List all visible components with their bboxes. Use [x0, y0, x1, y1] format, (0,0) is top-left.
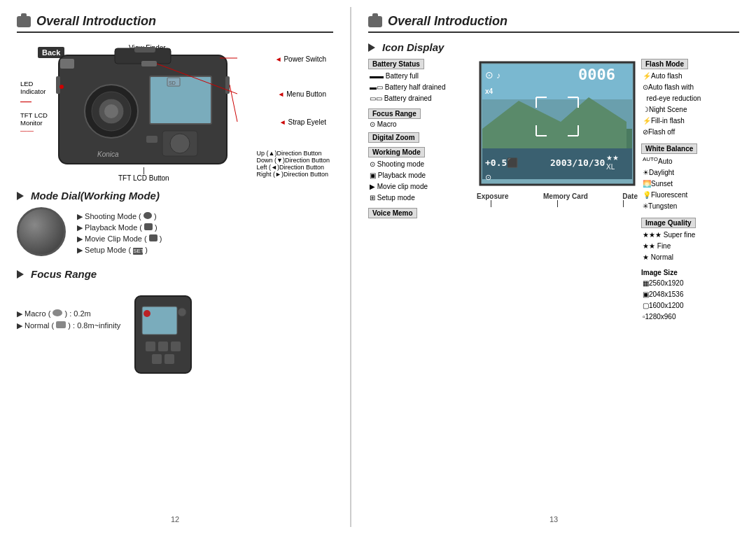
- svg-point-5: [104, 104, 118, 118]
- playback-mode: ▣ Playback mode: [370, 170, 473, 181]
- strap-eyelet-label: ◄ Strap Eyelet: [279, 118, 326, 126]
- mode-dial-title: Mode Dial(Working Mode): [17, 190, 333, 202]
- battery-status-label: Battery Status: [368, 59, 424, 69]
- svg-text:2003/10/30: 2003/10/30: [550, 157, 605, 168]
- left-page: Overall Introduction Back View Finder ◄ …: [0, 0, 350, 534]
- line-exposure: [491, 200, 491, 207]
- svg-point-24: [178, 308, 186, 316]
- svg-rect-25: [146, 342, 155, 351]
- battery-status-group: Battery Status ▬▬ Battery full ▬▭ Batter…: [368, 59, 473, 104]
- line-memory: [557, 200, 558, 207]
- svg-point-8: [170, 134, 190, 153]
- svg-rect-26: [158, 342, 168, 351]
- focus-range-label: Focus Range: [368, 108, 421, 119]
- svg-text:SD: SD: [169, 80, 176, 85]
- super-fine: ★★★ Super fine: [643, 230, 739, 241]
- page-num-left: 12: [171, 515, 179, 524]
- macro-label: ⊙ Macro: [370, 120, 473, 128]
- camera-diagram: Back View Finder ◄ Power Switch LEDIndic…: [17, 41, 333, 181]
- image-quality-group: Image Quality ★★★ Super fine ★★ Fine ★ N…: [641, 218, 739, 263]
- svg-text:+0.5⬛: +0.5⬛: [485, 157, 519, 169]
- wb-fluorescent: 💡Fluorescent: [643, 190, 739, 201]
- svg-rect-9: [146, 136, 158, 143]
- arrow-icon-mode: [17, 192, 24, 200]
- fill-in-flash: ⚡Fill-in flash: [643, 115, 739, 127]
- svg-text:0006: 0006: [578, 66, 615, 83]
- tft-lcd-label: TFT LCDMonitor ——: [20, 111, 48, 134]
- voice-memo-group: Voice Memo: [368, 208, 473, 218]
- svg-rect-18: [141, 61, 157, 66]
- svg-text:Konica: Konica: [97, 150, 119, 158]
- memory-card-label: Memory Card: [543, 192, 588, 200]
- white-balance-label: White Balance: [641, 143, 697, 154]
- voice-memo-label: Voice Memo: [368, 208, 417, 218]
- auto-redeye: ⊙Auto flash with red-eye reduction: [643, 82, 739, 104]
- connector-lines: [477, 200, 638, 207]
- exposure-label: Exposure: [477, 192, 509, 200]
- svg-text:★★: ★★: [606, 154, 619, 162]
- focus-range-title: Focus Range: [17, 268, 333, 280]
- wb-auto: AUTOAuto: [643, 155, 739, 167]
- size-2048: ▣2048x1536: [643, 289, 739, 300]
- setup-mode: ⊞ Setup mode: [370, 192, 473, 204]
- wb-daylight: ☀Daylight: [643, 167, 739, 178]
- image-quality-label: Image Quality: [641, 218, 696, 228]
- svg-rect-28: [152, 354, 162, 364]
- size-1600: ▢1600x1200: [643, 300, 739, 311]
- mode-shooting: Shooting Mode ( ): [77, 212, 162, 221]
- mode-movie: Movie Clip Mode ( ): [77, 234, 162, 244]
- working-mode-group: Working Mode ⊙ Shooting mode ▣ Playback …: [368, 147, 473, 204]
- focus-range-section: Focus Range Macro ( ) : 0.2m Normal ( ) …: [17, 268, 333, 378]
- flash-mode-group: Flash Mode ⚡Auto flash ⊙Auto flash with …: [641, 59, 739, 138]
- focus-range-content: Macro ( ) : 0.2m Normal ( ) : 0.8m~infin…: [17, 286, 333, 378]
- title-divider-right: [368, 31, 739, 33]
- macro-item: Macro ( ) : 0.2m: [17, 309, 120, 318]
- svg-text:⊙: ⊙: [485, 173, 491, 181]
- focus-list: Macro ( ) : 0.2m Normal ( ) : 0.8m~infin…: [17, 286, 120, 336]
- battery-items: ▬▬ Battery full ▬▭ Battery half drained …: [368, 71, 473, 104]
- image-size-items: ▦2560x1920 ▣2048x1536 ▢1600x1200 ▫1280x9…: [641, 278, 739, 323]
- power-switch-label: ◄ Power Switch: [275, 55, 326, 63]
- night-scene: ☽Night Scene: [643, 104, 739, 115]
- camera-back-svg: [132, 293, 195, 377]
- normal: ★ Normal: [643, 252, 739, 263]
- svg-rect-10: [225, 76, 230, 94]
- svg-rect-27: [171, 342, 181, 351]
- direction-buttons-label: Up (▲)Direction Button Down (▼)Direction…: [257, 150, 330, 178]
- battery-half: ▬▭ Battery half drained: [370, 82, 473, 93]
- right-labels-column: Flash Mode ⚡Auto flash ⊙Auto flash with …: [638, 59, 739, 325]
- normal-item: Normal ( ) : 0.8m~infinity: [17, 321, 120, 330]
- lcd-wrapper: 0006 ⊙ ♪ x4 +0.5⬛ 2003/10/30 ⊙: [477, 59, 638, 190]
- right-page: Overall Introduction Icon Display Batter…: [351, 0, 756, 534]
- size-1280: ▫1280x960: [643, 311, 739, 323]
- svg-text:⊙: ⊙: [485, 69, 493, 80]
- battery-full: ▬▬ Battery full: [370, 71, 473, 82]
- svg-rect-29: [164, 354, 174, 364]
- page-num-right: 13: [550, 515, 558, 524]
- image-quality-items: ★★★ Super fine ★★ Fine ★ Normal: [641, 230, 739, 263]
- camera-back-view: [132, 293, 195, 378]
- mode-playback: Playback Mode ( ): [77, 223, 162, 232]
- lcd-bottom-labels: Exposure Memory Card Date: [477, 192, 638, 207]
- focus-range-group: Focus Range ⊙ Macro: [368, 108, 473, 128]
- flash-mode-label: Flash Mode: [641, 59, 688, 69]
- svg-line-21: [230, 85, 237, 122]
- flash-off: ⊘Flash off: [643, 127, 739, 138]
- fine: ★★ Fine: [643, 241, 739, 252]
- lcd-display-svg: 0006 ⊙ ♪ x4 +0.5⬛ 2003/10/30 ⊙: [477, 59, 638, 188]
- menu-button-label: ◄ Menu Button: [278, 90, 326, 98]
- camera-icon-right: [368, 16, 382, 27]
- size-2560: ▦2560x1920: [643, 278, 739, 289]
- svg-rect-12: [134, 47, 155, 52]
- digital-zoom-group: Digital Zoom: [368, 132, 473, 143]
- date-label: Date: [622, 192, 638, 200]
- icon-display-layout: Battery Status ▬▬ Battery full ▬▭ Batter…: [368, 59, 739, 325]
- image-size-label: Image Size: [641, 269, 739, 276]
- tft-lcd-button-label: TFT LCD Button: [118, 167, 169, 182]
- focus-range-items: ⊙ Macro: [368, 120, 473, 128]
- arrow-icon-icon-display: [368, 43, 375, 52]
- page-spread: Overall Introduction Back View Finder ◄ …: [0, 0, 756, 534]
- left-labels-column: Battery Status ▬▬ Battery full ▬▭ Batter…: [368, 59, 477, 325]
- svg-text:x4: x4: [485, 87, 493, 95]
- white-balance-group: White Balance AUTOAuto ☀Daylight 🌅Sunset…: [641, 143, 739, 212]
